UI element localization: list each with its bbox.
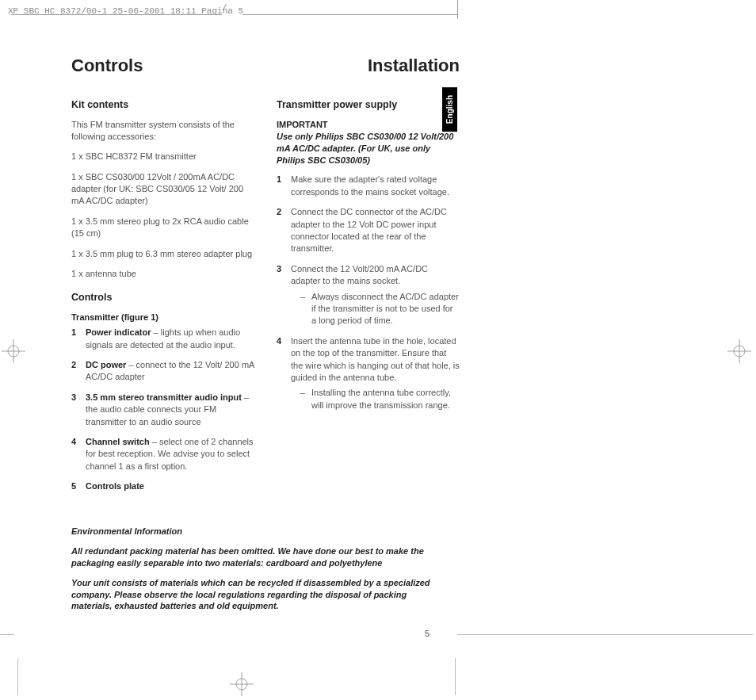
step-item: 1Make sure the adapter's rated voltage c… bbox=[277, 174, 460, 198]
control-item: 1Power indicator – lights up when audio … bbox=[71, 327, 254, 351]
environmental-info: Environmental Information All redundant … bbox=[71, 526, 436, 620]
kit-item: 1 x 3.5 mm plug to 6.3 mm stereo adapter… bbox=[71, 248, 254, 260]
left-column: Kit contents This FM transmitter system … bbox=[71, 98, 254, 501]
kit-contents-title: Kit contents bbox=[71, 98, 254, 113]
important-label: IMPORTANT bbox=[277, 119, 460, 131]
control-item: 4Channel switch – select one of 2 channe… bbox=[71, 436, 254, 472]
important-text: Use only Philips SBC CS030/00 12 Volt/20… bbox=[277, 131, 460, 166]
control-item: 2DC power – connect to the 12 Volt/ 200 … bbox=[71, 359, 254, 384]
right-column: Transmitter power supply IMPORTANT Use o… bbox=[277, 98, 460, 501]
kit-item: 1 x SBC CS030/00 12Volt / 200mA AC/DC ad… bbox=[71, 171, 254, 208]
env-title: Environmental Information bbox=[71, 526, 436, 536]
step-item: 3Connect the 12 Volt/200 mA AC/DC adapte… bbox=[277, 263, 460, 327]
step-item: 2Connect the DC connector of the AC/DC a… bbox=[277, 206, 460, 255]
kit-item: 1 x 3.5 mm stereo plug to 2x RCA audio c… bbox=[71, 216, 254, 240]
crop-mark bbox=[457, 634, 753, 635]
registration-mark-icon bbox=[2, 339, 25, 363]
env-paragraph: All redundant packing material has been … bbox=[71, 545, 436, 569]
crop-mark bbox=[0, 634, 14, 635]
heading-installation: Installation bbox=[368, 55, 460, 76]
step-item: 4Insert the antenna tube in the hole, lo… bbox=[277, 335, 460, 411]
registration-mark-icon bbox=[727, 339, 751, 363]
controls-subhead: Transmitter (figure 1) bbox=[71, 312, 254, 323]
kit-item: 1 x SBC HC8372 FM transmitter bbox=[71, 151, 254, 163]
crop-marks-top: / bbox=[0, 0, 756, 32]
power-supply-title: Transmitter power supply bbox=[277, 98, 460, 113]
control-item: 33.5 mm stereo transmitter audio input –… bbox=[71, 392, 254, 428]
kit-intro: This FM transmitter system consists of t… bbox=[71, 119, 254, 143]
crop-mark bbox=[17, 658, 18, 695]
env-paragraph: Your unit consists of materials which ca… bbox=[71, 577, 436, 613]
registration-mark-icon bbox=[230, 672, 254, 696]
control-item: 5Controls plate bbox=[71, 480, 254, 492]
print-header: XP SBC HC 8372/00-1 25-06-2001 18:11 Pag… bbox=[8, 6, 243, 16]
heading-controls: Controls bbox=[71, 55, 143, 76]
controls-title: Controls bbox=[71, 291, 254, 305]
kit-item: 1 x antenna tube bbox=[71, 268, 254, 280]
page-number: 5 bbox=[425, 629, 430, 638]
crop-mark bbox=[455, 658, 456, 695]
